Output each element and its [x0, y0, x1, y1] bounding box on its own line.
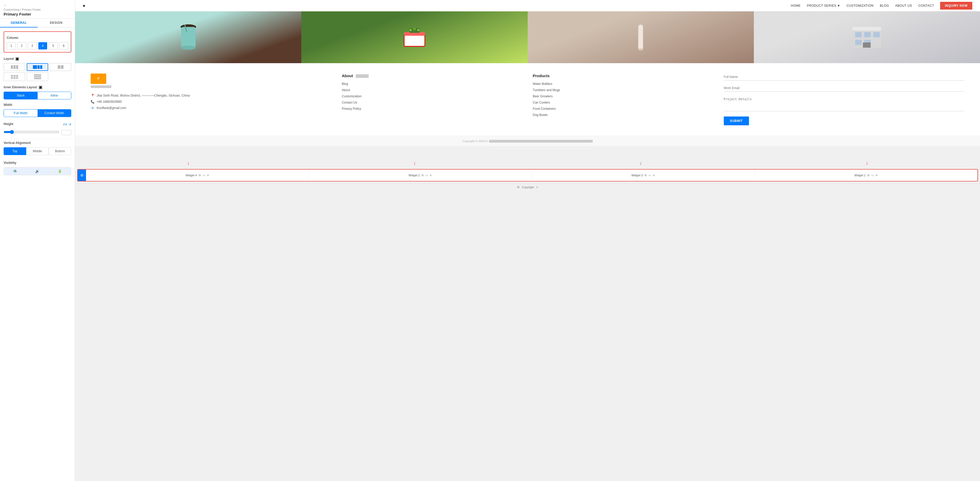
inner-elements-label: Inner Elements Layout — [4, 86, 37, 89]
height-refresh-icon[interactable]: ↺ — [68, 123, 71, 126]
inline-button[interactable]: Inline — [38, 92, 71, 99]
svg-rect-18 — [855, 40, 862, 45]
navbar: ■ HOME PRODUCT SERIES ▼ CUSTOMIZATION BL… — [75, 0, 980, 11]
widget-1-close-icon[interactable]: ✕ — [875, 174, 878, 177]
copyright-bottom-bar: ⚙ Copyright ✕ — [75, 184, 980, 190]
height-input[interactable] — [61, 130, 71, 135]
nav-home[interactable]: HOME — [791, 4, 801, 8]
copyright-bottom-label: Copyright — [522, 186, 534, 189]
footer-link-privacy[interactable]: Privacy Policy — [342, 107, 522, 111]
layout-opt-wide-narrow[interactable] — [27, 63, 48, 71]
back-button[interactable]: ← — [4, 3, 8, 7]
width-toggle: Full Width Content Width — [4, 109, 71, 117]
footer-link-tumblers[interactable]: Tumblers and Mugs — [533, 88, 713, 92]
vis-phone-button[interactable]: 🔋 — [49, 168, 71, 175]
col-btn-2[interactable]: 2 — [18, 42, 26, 49]
arrow-3: ↓ — [640, 160, 642, 166]
widget-bar-wrapper: ⚙ Widget 4 ⚙ ▭ ✕ Widget 2 ⚙ ▭ ✕ Widget 3 — [75, 167, 980, 184]
copyright-text: Copyright © 2024 Fr — [462, 140, 488, 143]
tab-general[interactable]: GENERAL — [0, 19, 38, 27]
height-slider[interactable] — [4, 130, 59, 134]
widget-item-1: Widget 1 ⚙ ▭ ✕ — [755, 171, 978, 180]
layout-opt-stacked[interactable] — [4, 73, 25, 81]
divider-2 — [4, 159, 71, 159]
widget-3-label: Widget 3 — [632, 174, 643, 177]
product-bottle-image — [528, 11, 754, 63]
full-width-button[interactable]: Full Width — [4, 110, 38, 117]
valign-bottom-button[interactable]: Bottom — [49, 147, 71, 155]
layout-opt-equal-wide[interactable] — [50, 63, 71, 71]
footer-link-coolers[interactable]: Can Coolers — [533, 101, 713, 104]
copyright-bar-gear-icon[interactable]: ⚙ — [517, 185, 520, 189]
footer-link-about[interactable]: About — [342, 88, 522, 92]
height-controls — [4, 130, 71, 135]
footer-grid: F ██████ 📍 Jitai Sixth Road, Wuhou Distr… — [91, 73, 964, 125]
col-btn-4[interactable]: 4 — [38, 42, 48, 49]
submit-button[interactable]: SUBMIT — [724, 116, 749, 125]
widget-2-label: Widget 2 — [409, 174, 420, 177]
footer-link-bowls[interactable]: Dog Bowls — [533, 113, 713, 117]
footer-link-growlers[interactable]: Beer Growlers — [533, 95, 713, 98]
footer-link-food[interactable]: Food Containers — [533, 107, 713, 111]
nav-contact[interactable]: CONTACT — [918, 4, 934, 8]
copyright-close-icon[interactable]: ✕ — [536, 186, 538, 189]
layout-opt-blocks[interactable] — [27, 73, 48, 81]
widget-1-copy-icon[interactable]: ▭ — [871, 174, 874, 177]
widget-3-copy-icon[interactable]: ▭ — [648, 174, 651, 177]
phone-icon: 📞 — [91, 100, 95, 103]
widget-3-close-icon[interactable]: ✕ — [652, 174, 655, 177]
vis-tablet-button[interactable]: 🔊 — [26, 168, 48, 175]
col-btn-6[interactable]: 6 — [59, 42, 68, 49]
height-slider-container — [4, 130, 59, 135]
widget-2-gear-icon[interactable]: ⚙ — [421, 174, 424, 177]
widget-4-close-icon[interactable]: ✕ — [207, 174, 209, 177]
svg-point-7 — [410, 29, 412, 31]
widget-item-3: Widget 3 ⚙ ▭ ✕ — [532, 171, 755, 180]
content-width-button[interactable]: Content Width — [38, 110, 71, 117]
email-icon: 📧 — [91, 106, 95, 110]
nav-customization[interactable]: CUSTOMIZATION — [846, 4, 874, 8]
svg-rect-20 — [863, 43, 871, 48]
valign-top-button[interactable]: Top — [4, 147, 26, 155]
col-btn-3[interactable]: 3 — [28, 42, 37, 49]
col-btn-5[interactable]: 5 — [49, 42, 58, 49]
product-building-image — [754, 11, 980, 63]
form-details-textarea[interactable] — [724, 96, 964, 111]
vis-desktop-button[interactable]: 🛸 — [4, 168, 26, 175]
footer-col-contact: F ██████ 📍 Jitai Sixth Road, Wuhou Distr… — [91, 73, 331, 125]
tab-design[interactable]: DESIGN — [38, 19, 75, 27]
widget-bar-settings-button[interactable]: ⚙ — [78, 170, 86, 181]
inner-elements-icon: ▣ — [38, 85, 43, 90]
layout-icon: ▣ — [15, 56, 19, 61]
col-btn-1[interactable]: 1 — [7, 42, 16, 49]
widget-3-gear-icon[interactable]: ⚙ — [644, 174, 647, 177]
arrow-2: ↓ — [413, 160, 416, 166]
column-buttons: 1 2 3 4 5 6 — [7, 42, 68, 49]
svg-point-9 — [417, 29, 419, 31]
nav-about-us[interactable]: ABOUT US — [895, 4, 912, 8]
widget-1-gear-icon[interactable]: ⚙ — [867, 174, 870, 177]
widget-2-close-icon[interactable]: ✕ — [430, 174, 432, 177]
widget-4-copy-icon[interactable]: ▭ — [202, 174, 205, 177]
footer-phone: 📞 +86 18883920885 — [91, 100, 331, 103]
widget-2-copy-icon[interactable]: ▭ — [425, 174, 428, 177]
form-fullname-input[interactable] — [724, 73, 964, 81]
image-cell-1 — [75, 11, 301, 63]
svg-rect-4 — [404, 35, 425, 46]
valign-middle-button[interactable]: Middle — [26, 147, 49, 155]
widget-bar: ⚙ Widget 4 ⚙ ▭ ✕ Widget 2 ⚙ ▭ ✕ Widget 3 — [77, 169, 978, 181]
layout-opt-equal[interactable] — [4, 63, 25, 71]
svg-rect-1 — [181, 27, 196, 48]
nav-blog[interactable]: BLOG — [880, 4, 889, 8]
footer-link-customization[interactable]: Customization — [342, 95, 522, 98]
form-email-input[interactable] — [724, 85, 964, 92]
widget-4-gear-icon[interactable]: ⚙ — [199, 174, 201, 177]
nav-product-series[interactable]: PRODUCT SERIES ▼ — [807, 4, 840, 8]
footer-link-water[interactable]: Water Bottlers — [533, 82, 713, 86]
footer-link-contact[interactable]: Contact Us — [342, 101, 522, 104]
footer-link-blog[interactable]: Blog — [342, 82, 522, 86]
stack-button[interactable]: Stack — [4, 92, 38, 99]
svg-rect-17 — [873, 32, 880, 37]
nav-cta-button[interactable]: INQUIRY NOW — [940, 2, 972, 10]
inner-elements-section: Inner Elements Layout ▣ Stack Inline — [4, 85, 71, 99]
